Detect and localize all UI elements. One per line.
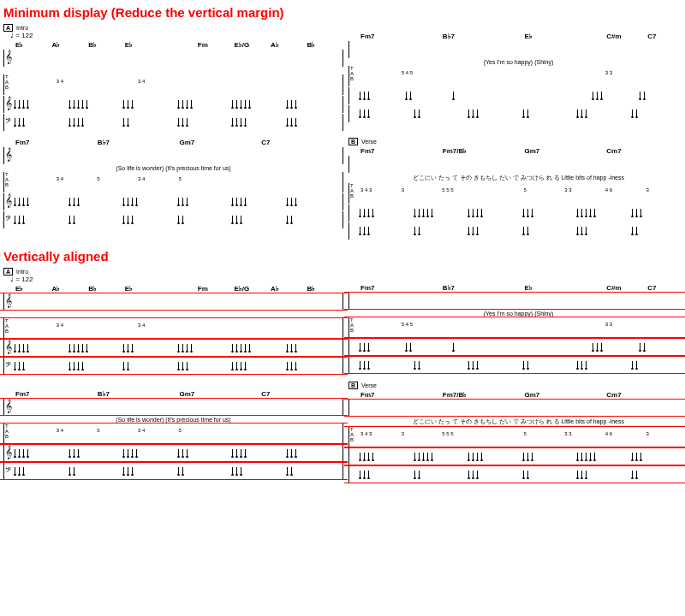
tab-label-icon: TAB xyxy=(350,317,354,333)
bass-clef-icon: 𝄢 xyxy=(5,465,11,477)
staff-bass-2a: 𝄢 xyxy=(3,211,343,228)
marker-b-label: Verse xyxy=(361,139,377,145)
tempo: ♩ = 122 xyxy=(10,32,343,39)
panel-3b: Fm7B♭7E♭C#mC7 (Yes I'm so happy) (Shiny)… xyxy=(348,267,685,376)
treble-clef-icon: 𝄞 xyxy=(5,148,12,160)
section-aligned: Vertically aligned AIntro ♩ = 122 E♭A♭B♭… xyxy=(3,249,685,484)
lyric-4b: どこにい たっ て その きもちし だい で みつけら れ る Little b… xyxy=(348,418,685,426)
chords-2a: Fm7B♭7Gm7C7 xyxy=(3,139,343,146)
staff-bass-1b xyxy=(348,105,685,122)
chords-4b: Fm7Fm7/B♭Gm7Cm7 xyxy=(348,391,685,399)
staff-treble-1a: 𝄞 xyxy=(3,50,343,67)
treble-clef-icon: 𝄞 xyxy=(5,97,12,109)
treble-clef-icon: 𝄞 xyxy=(5,194,12,206)
panel-1b: Fm7B♭7E♭C#mC7 (Yes I'm so happy) (Shiny)… xyxy=(348,23,685,132)
panel-1a: AIntro ♩ = 122 E♭A♭B♭E♭FmE♭/GA♭B♭ 𝄞 TAB3… xyxy=(3,23,343,132)
staff-tab-4a: TAB3 453 45 xyxy=(3,424,343,444)
tab-label-icon: TAB xyxy=(5,424,9,439)
staff-tab-1b: TAB5 4 53 3 xyxy=(348,66,685,86)
score-row-3: AIntro ♩ = 122 E♭A♭B♭E♭FmE♭/GA♭B♭ 𝄞 TAB3… xyxy=(3,267,685,376)
staff-bass-2b xyxy=(348,222,685,240)
chords-2b: Fm7Fm7/B♭Gm7Cm7 xyxy=(348,147,685,155)
tab-label-icon: TAB xyxy=(350,427,354,442)
treble-clef-icon: 𝄞 xyxy=(5,446,12,458)
panel-3a: AIntro ♩ = 122 E♭A♭B♭E♭FmE♭/GA♭B♭ 𝄞 TAB3… xyxy=(3,267,343,376)
staff-treble-4a: 𝄞 xyxy=(3,399,343,416)
tab-label-icon: TAB xyxy=(350,183,354,198)
panel-2b: BVerse Fm7Fm7/B♭Gm7Cm7 どこにい たっ て その きもちし… xyxy=(348,137,685,240)
staff-tab-2a: TAB3 453 45 xyxy=(3,172,343,192)
staff-bass-3b xyxy=(348,357,685,374)
lyric-2b: どこにい たっ て その きもちし だい で みつけら れ る Little b… xyxy=(348,174,685,182)
staff-treble-2a: 𝄞 xyxy=(3,147,343,164)
lyric-4a: (So life is wonder) (It's precious time … xyxy=(3,417,343,423)
staff-tab-3a: TAB3 43 4 xyxy=(3,318,343,339)
tempo2: ♩ = 122 xyxy=(10,275,343,283)
bass-clef-icon: 𝄢 xyxy=(5,213,11,225)
panel-2a: Fm7B♭7Gm7C7 𝄞 (So life is wonder) (It's … xyxy=(3,137,343,240)
treble-clef-icon: 𝄞 xyxy=(5,400,12,412)
score-row-4: Fm7B♭7Gm7C7 𝄞 (So life is wonder) (It's … xyxy=(3,381,685,484)
section-minimum: Minimum display (Reduce the vertical mar… xyxy=(3,5,685,240)
staff-tab-1a: TAB3 43 4 xyxy=(3,74,343,95)
tab-label-icon: TAB xyxy=(350,66,354,81)
treble-clef-icon: 𝄞 xyxy=(5,294,12,306)
staff-tab-3b: TAB5 4 53 3 xyxy=(348,317,685,338)
panel-4a: Fm7B♭7Gm7C7 𝄞 (So life is wonder) (It's … xyxy=(3,381,343,484)
lyric-1b: (Yes I'm so happy) (Shiny) xyxy=(348,59,685,65)
treble-clef-icon: 𝄞 xyxy=(5,341,12,352)
staff-treble2-2a: 𝄞 xyxy=(3,193,343,210)
marker-a2: A xyxy=(3,268,13,275)
marker-b2: B xyxy=(348,382,358,389)
chords-1b: Fm7B♭7E♭C#mC7 xyxy=(348,33,685,40)
staff-treble2-1b xyxy=(348,87,685,104)
panel-4b: BVerse Fm7Fm7/B♭Gm7Cm7 どこにい たっ て その きもちし… xyxy=(348,381,685,484)
staff-bass-3a: 𝄢 xyxy=(3,358,343,375)
chords-3a: E♭A♭B♭E♭FmE♭/GA♭B♭ xyxy=(3,285,343,293)
chords-4a: Fm7B♭7Gm7C7 xyxy=(3,390,343,398)
lyric-3b: (Yes I'm so happy) (Shiny) xyxy=(348,311,685,317)
lyric-2a: (So life is wonder) (It's precious time … xyxy=(3,165,343,171)
staff-treble2-3b xyxy=(348,339,685,356)
staff-tab-2b: TAB3 4 335 5 553 34 63 xyxy=(348,183,685,204)
marker-b: B xyxy=(348,138,358,145)
tab-label-icon: TAB xyxy=(5,172,9,187)
staff-treble-3a: 𝄞 xyxy=(3,293,343,311)
marker-a2-label: Intro xyxy=(16,269,28,275)
marker-a: A xyxy=(3,24,13,32)
staff-treble-1b xyxy=(348,41,685,58)
title-aligned: Vertically aligned xyxy=(3,249,685,264)
title-minimum: Minimum display (Reduce the vertical mar… xyxy=(3,5,685,20)
chords-3b: Fm7B♭7E♭C#mC7 xyxy=(348,284,685,292)
lyric-3a xyxy=(3,311,343,317)
marker-b2-label: Verse xyxy=(361,382,377,388)
staff-bass-4a: 𝄢 xyxy=(3,463,343,480)
score-row-2: Fm7B♭7Gm7C7 𝄞 (So life is wonder) (It's … xyxy=(3,137,685,240)
staff-treble2-3a: 𝄞 xyxy=(3,340,343,357)
staff-bass-4b xyxy=(348,466,685,483)
staff-treble2-4a: 𝄞 xyxy=(3,445,343,462)
tab-label-icon: TAB xyxy=(5,74,9,90)
staff-treble-3b xyxy=(348,293,685,310)
staff-treble2-2b xyxy=(348,204,685,222)
bass-clef-icon: 𝄢 xyxy=(5,116,11,127)
bass-clef-icon: 𝄢 xyxy=(5,359,11,371)
staff-bass-1a: 𝄢 xyxy=(3,114,343,131)
staff-tab-4b: TAB3 4 335 5 553 34 63 xyxy=(348,427,685,447)
staff-treble2-4b xyxy=(348,448,685,465)
staff-treble-2b xyxy=(348,156,685,173)
treble-clef-icon: 𝄞 xyxy=(5,50,12,62)
lyric-1a xyxy=(3,68,343,74)
score-row-1: AIntro ♩ = 122 E♭A♭B♭E♭FmE♭/GA♭B♭ 𝄞 TAB3… xyxy=(3,23,685,132)
staff-treble2-1a: 𝄞 xyxy=(3,96,343,113)
staff-treble-4b xyxy=(348,400,685,417)
tab-label-icon: TAB xyxy=(5,318,9,334)
marker-a-label: Intro xyxy=(16,25,28,31)
chords-1a: E♭A♭B♭E♭FmE♭/GA♭B♭ xyxy=(3,41,343,49)
